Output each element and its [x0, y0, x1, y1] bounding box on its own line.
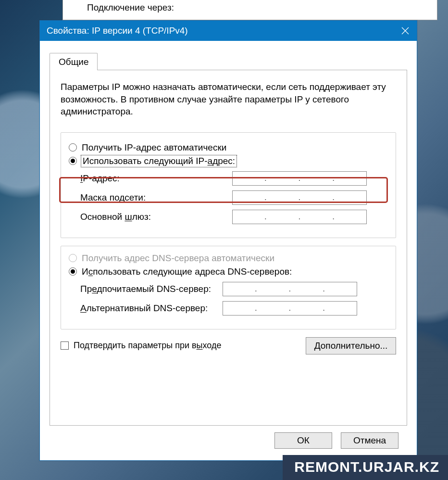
radio-icon: [69, 143, 77, 152]
radio-dns-auto-label: Получить адрес DNS-сервера автоматически: [82, 253, 274, 264]
alternate-dns-label: Альтернативный DNS-сервер:: [80, 303, 223, 314]
close-button[interactable]: [394, 21, 417, 41]
titlebar[interactable]: Свойства: IP версии 4 (TCP/IPv4): [40, 21, 417, 41]
preferred-dns-row: Предпочитаемый DNS-сервер: ...: [80, 282, 387, 296]
alternate-dns-row: Альтернативный DNS-сервер: ...: [80, 301, 387, 316]
tabstrip: Общие: [50, 51, 407, 70]
radio-icon: [69, 267, 77, 276]
close-icon: [401, 27, 409, 35]
radio-ip-auto[interactable]: Получить IP-адрес автоматически: [69, 142, 388, 153]
ip-settings-group: Получить IP-адрес автоматически Использо…: [61, 132, 396, 238]
connect-via-label: Подключение через:: [87, 2, 174, 13]
ip-address-row: IP-адрес: ...: [80, 171, 387, 186]
radio-dns-manual-label: Использовать следующие адреса DNS-сервер…: [82, 266, 292, 277]
ok-button[interactable]: ОК: [274, 432, 332, 449]
default-gateway-row: Основной шлюз: ...: [80, 210, 387, 224]
ip-address-label: IP-адрес:: [80, 173, 232, 184]
dns-settings-group: Получить адрес DNS-сервера автоматически…: [61, 246, 396, 329]
watermark: REMONT.URJAR.KZ: [283, 455, 448, 480]
radio-icon: [69, 254, 77, 262]
parent-window-fragment: Подключение через:: [62, 0, 437, 20]
ip-address-input[interactable]: ...: [232, 171, 367, 186]
radio-ip-auto-label: Получить IP-адрес автоматически: [82, 142, 226, 153]
radio-dns-auto: Получить адрес DNS-сервера автоматически: [69, 253, 388, 264]
radio-ip-manual-label: Использовать следующий IP-адрес:: [82, 156, 236, 166]
subnet-mask-row: Маска подсети: ...: [80, 190, 387, 205]
preferred-dns-input[interactable]: ...: [223, 282, 357, 296]
cancel-button[interactable]: Отмена: [341, 432, 398, 449]
ipv4-properties-dialog: Свойства: IP версии 4 (TCP/IPv4) Общие П…: [39, 20, 417, 461]
subnet-mask-input[interactable]: ...: [232, 190, 367, 205]
advanced-button[interactable]: Дополнительно...: [306, 337, 396, 354]
alternate-dns-input[interactable]: ...: [223, 301, 357, 316]
confirm-on-exit-label: Подтвердить параметры при выходе: [74, 341, 221, 351]
radio-dns-manual[interactable]: Использовать следующие адреса DNS-сервер…: [69, 266, 388, 277]
default-gateway-label: Основной шлюз:: [80, 212, 232, 222]
tab-general[interactable]: Общие: [50, 53, 98, 70]
preferred-dns-label: Предпочитаемый DNS-сервер:: [80, 284, 223, 294]
tab-panel-general: Параметры IP можно назначать автоматичес…: [50, 70, 407, 426]
dialog-title: Свойства: IP версии 4 (TCP/IPv4): [47, 25, 394, 36]
dialog-footer: ОК Отмена: [50, 426, 407, 449]
info-text: Параметры IP можно назначать автоматичес…: [61, 81, 396, 118]
subnet-mask-label: Маска подсети:: [80, 192, 232, 203]
confirm-on-exit-row: Подтвердить параметры при выходе Дополни…: [61, 337, 396, 354]
default-gateway-input[interactable]: ...: [232, 210, 367, 224]
radio-icon: [69, 157, 77, 165]
confirm-on-exit-checkbox[interactable]: [61, 341, 69, 350]
radio-ip-manual[interactable]: Использовать следующий IP-адрес:: [69, 156, 388, 166]
